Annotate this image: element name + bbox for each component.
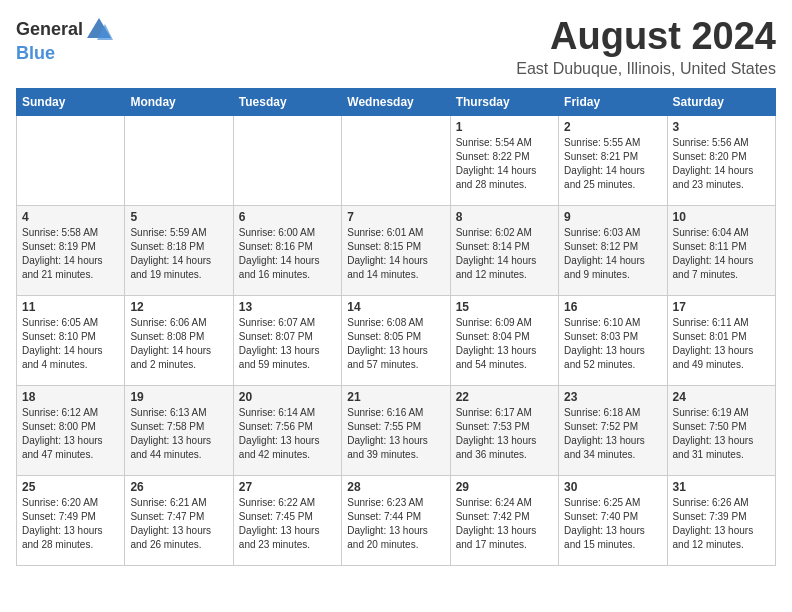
day-info: Sunrise: 6:08 AMSunset: 8:05 PMDaylight:… [347,316,444,372]
day-number: 6 [239,210,336,224]
day-info: Sunrise: 6:01 AMSunset: 8:15 PMDaylight:… [347,226,444,282]
calendar-week-row: 11Sunrise: 6:05 AMSunset: 8:10 PMDayligh… [17,295,776,385]
day-number: 14 [347,300,444,314]
day-info: Sunrise: 6:26 AMSunset: 7:39 PMDaylight:… [673,496,770,552]
calendar-week-row: 4Sunrise: 5:58 AMSunset: 8:19 PMDaylight… [17,205,776,295]
calendar-day-cell [342,115,450,205]
day-number: 11 [22,300,119,314]
day-info: Sunrise: 6:02 AMSunset: 8:14 PMDaylight:… [456,226,553,282]
calendar-day-cell: 26Sunrise: 6:21 AMSunset: 7:47 PMDayligh… [125,475,233,565]
day-number: 24 [673,390,770,404]
weekday-header-cell: Tuesday [233,88,341,115]
calendar-day-cell: 31Sunrise: 6:26 AMSunset: 7:39 PMDayligh… [667,475,775,565]
weekday-header-cell: Thursday [450,88,558,115]
calendar-day-cell: 22Sunrise: 6:17 AMSunset: 7:53 PMDayligh… [450,385,558,475]
calendar-day-cell: 1Sunrise: 5:54 AMSunset: 8:22 PMDaylight… [450,115,558,205]
day-number: 4 [22,210,119,224]
day-info: Sunrise: 6:21 AMSunset: 7:47 PMDaylight:… [130,496,227,552]
calendar-day-cell: 9Sunrise: 6:03 AMSunset: 8:12 PMDaylight… [559,205,667,295]
day-number: 8 [456,210,553,224]
logo-icon [85,16,113,44]
calendar-day-cell: 4Sunrise: 5:58 AMSunset: 8:19 PMDaylight… [17,205,125,295]
day-info: Sunrise: 6:07 AMSunset: 8:07 PMDaylight:… [239,316,336,372]
calendar-week-row: 25Sunrise: 6:20 AMSunset: 7:49 PMDayligh… [17,475,776,565]
day-number: 26 [130,480,227,494]
calendar-day-cell [125,115,233,205]
logo-general-text: General [16,20,83,40]
day-info: Sunrise: 6:16 AMSunset: 7:55 PMDaylight:… [347,406,444,462]
calendar-day-cell: 5Sunrise: 5:59 AMSunset: 8:18 PMDaylight… [125,205,233,295]
calendar-week-row: 1Sunrise: 5:54 AMSunset: 8:22 PMDaylight… [17,115,776,205]
calendar-day-cell: 2Sunrise: 5:55 AMSunset: 8:21 PMDaylight… [559,115,667,205]
day-info: Sunrise: 6:13 AMSunset: 7:58 PMDaylight:… [130,406,227,462]
day-info: Sunrise: 6:24 AMSunset: 7:42 PMDaylight:… [456,496,553,552]
calendar-day-cell: 12Sunrise: 6:06 AMSunset: 8:08 PMDayligh… [125,295,233,385]
weekday-header-cell: Saturday [667,88,775,115]
day-number: 7 [347,210,444,224]
logo: General Blue [16,16,113,64]
day-number: 5 [130,210,227,224]
weekday-header-cell: Friday [559,88,667,115]
day-number: 17 [673,300,770,314]
calendar-table: SundayMondayTuesdayWednesdayThursdayFrid… [16,88,776,566]
calendar-day-cell: 18Sunrise: 6:12 AMSunset: 8:00 PMDayligh… [17,385,125,475]
day-info: Sunrise: 5:55 AMSunset: 8:21 PMDaylight:… [564,136,661,192]
calendar-day-cell: 7Sunrise: 6:01 AMSunset: 8:15 PMDaylight… [342,205,450,295]
day-number: 1 [456,120,553,134]
day-info: Sunrise: 6:05 AMSunset: 8:10 PMDaylight:… [22,316,119,372]
calendar-day-cell: 3Sunrise: 5:56 AMSunset: 8:20 PMDaylight… [667,115,775,205]
calendar-day-cell: 6Sunrise: 6:00 AMSunset: 8:16 PMDaylight… [233,205,341,295]
day-number: 19 [130,390,227,404]
calendar-day-cell: 17Sunrise: 6:11 AMSunset: 8:01 PMDayligh… [667,295,775,385]
day-info: Sunrise: 6:17 AMSunset: 7:53 PMDaylight:… [456,406,553,462]
day-info: Sunrise: 6:23 AMSunset: 7:44 PMDaylight:… [347,496,444,552]
day-number: 12 [130,300,227,314]
calendar-day-cell [233,115,341,205]
weekday-header-cell: Sunday [17,88,125,115]
calendar-day-cell: 15Sunrise: 6:09 AMSunset: 8:04 PMDayligh… [450,295,558,385]
header: General Blue August 2024 East Dubuque, I… [16,16,776,78]
day-number: 10 [673,210,770,224]
day-info: Sunrise: 6:25 AMSunset: 7:40 PMDaylight:… [564,496,661,552]
day-number: 31 [673,480,770,494]
location-subtitle: East Dubuque, Illinois, United States [516,60,776,78]
day-number: 18 [22,390,119,404]
calendar-day-cell: 29Sunrise: 6:24 AMSunset: 7:42 PMDayligh… [450,475,558,565]
day-info: Sunrise: 6:00 AMSunset: 8:16 PMDaylight:… [239,226,336,282]
calendar-day-cell: 24Sunrise: 6:19 AMSunset: 7:50 PMDayligh… [667,385,775,475]
calendar-day-cell: 28Sunrise: 6:23 AMSunset: 7:44 PMDayligh… [342,475,450,565]
day-info: Sunrise: 5:56 AMSunset: 8:20 PMDaylight:… [673,136,770,192]
calendar-body: 1Sunrise: 5:54 AMSunset: 8:22 PMDaylight… [17,115,776,565]
day-number: 28 [347,480,444,494]
day-number: 16 [564,300,661,314]
calendar-day-cell: 14Sunrise: 6:08 AMSunset: 8:05 PMDayligh… [342,295,450,385]
day-info: Sunrise: 5:54 AMSunset: 8:22 PMDaylight:… [456,136,553,192]
day-number: 9 [564,210,661,224]
day-info: Sunrise: 6:12 AMSunset: 8:00 PMDaylight:… [22,406,119,462]
calendar-day-cell: 20Sunrise: 6:14 AMSunset: 7:56 PMDayligh… [233,385,341,475]
day-info: Sunrise: 6:18 AMSunset: 7:52 PMDaylight:… [564,406,661,462]
title-block: August 2024 East Dubuque, Illinois, Unit… [516,16,776,78]
month-year-title: August 2024 [516,16,776,58]
calendar-day-cell: 30Sunrise: 6:25 AMSunset: 7:40 PMDayligh… [559,475,667,565]
day-number: 25 [22,480,119,494]
calendar-day-cell: 19Sunrise: 6:13 AMSunset: 7:58 PMDayligh… [125,385,233,475]
day-number: 3 [673,120,770,134]
calendar-day-cell: 11Sunrise: 6:05 AMSunset: 8:10 PMDayligh… [17,295,125,385]
day-info: Sunrise: 5:58 AMSunset: 8:19 PMDaylight:… [22,226,119,282]
weekday-header-row: SundayMondayTuesdayWednesdayThursdayFrid… [17,88,776,115]
logo-blue-text: Blue [16,44,113,64]
day-number: 29 [456,480,553,494]
day-info: Sunrise: 5:59 AMSunset: 8:18 PMDaylight:… [130,226,227,282]
day-info: Sunrise: 6:11 AMSunset: 8:01 PMDaylight:… [673,316,770,372]
weekday-header-cell: Monday [125,88,233,115]
day-number: 23 [564,390,661,404]
day-number: 20 [239,390,336,404]
day-number: 15 [456,300,553,314]
day-info: Sunrise: 6:10 AMSunset: 8:03 PMDaylight:… [564,316,661,372]
day-info: Sunrise: 6:04 AMSunset: 8:11 PMDaylight:… [673,226,770,282]
calendar-day-cell: 25Sunrise: 6:20 AMSunset: 7:49 PMDayligh… [17,475,125,565]
day-info: Sunrise: 6:20 AMSunset: 7:49 PMDaylight:… [22,496,119,552]
day-number: 30 [564,480,661,494]
calendar-day-cell: 21Sunrise: 6:16 AMSunset: 7:55 PMDayligh… [342,385,450,475]
